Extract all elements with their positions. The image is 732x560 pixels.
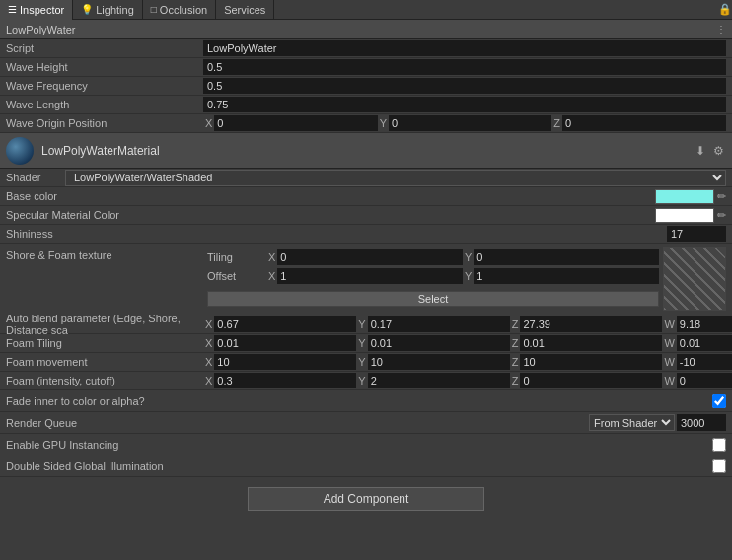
offset-label: Offset (207, 270, 266, 282)
base-color-swatch[interactable] (655, 189, 714, 204)
double-sided-label: Double Sided Global Illumination (6, 460, 712, 472)
render-queue-select[interactable]: From Shader (589, 414, 675, 431)
foam-tiling-label: Foam Tiling (6, 337, 203, 349)
wave-frequency-input[interactable] (203, 78, 726, 94)
base-color-label: Base color (6, 190, 655, 202)
tab-services[interactable]: Services (216, 0, 274, 20)
foam-intensity-label: Foam (intensity, cutoff) (6, 375, 203, 386)
foam-tiling-w[interactable] (677, 335, 732, 351)
fade-inner-row: Fade inner to color or alpha? (0, 390, 732, 412)
auto-blend-y-item: Y (356, 316, 509, 332)
gpu-instancing-checkbox[interactable] (712, 438, 726, 452)
double-sided-checkbox[interactable] (712, 459, 726, 473)
wave-origin-label: Wave Origin Position (6, 117, 203, 129)
foam-movement-z[interactable] (520, 354, 662, 370)
wave-height-input[interactable] (203, 59, 726, 75)
foam-movement-y[interactable] (368, 354, 510, 370)
auto-blend-y[interactable] (368, 316, 510, 332)
fade-inner-checkbox[interactable] (712, 394, 726, 408)
wave-length-input[interactable] (203, 97, 726, 112)
ft-z-prefix: Z (510, 337, 521, 349)
tab-inspector[interactable]: ☰ Inspector (0, 0, 73, 20)
add-component-button[interactable]: Add Component (248, 487, 484, 511)
specular-color-swatch[interactable] (655, 208, 714, 223)
ab-z-prefix: Z (510, 318, 521, 330)
auto-blend-row: Auto blend parameter (Edge, Shore, Dista… (0, 315, 732, 334)
fade-inner-label: Fade inner to color or alpha? (6, 395, 712, 407)
texture-label: Shore & Foam texture (6, 247, 203, 261)
tab-lighting[interactable]: 💡 Lighting (73, 0, 143, 20)
texture-preview[interactable] (663, 247, 726, 311)
foam-intensity-y[interactable] (368, 373, 510, 388)
tiling-label: Tiling (207, 251, 266, 263)
settings-icon: ⋮ (716, 24, 726, 35)
script-field-row: Script (0, 39, 732, 58)
material-settings-btn[interactable]: ⚙ (711, 144, 726, 158)
texture-select-btn[interactable]: Select (207, 291, 659, 307)
foam-movement-x[interactable] (214, 354, 356, 370)
base-color-row: Base color ✏ (0, 187, 732, 206)
occlusion-icon: □ (151, 4, 157, 15)
script-value[interactable] (203, 40, 726, 56)
shininess-input[interactable] (667, 226, 726, 242)
wave-origin-z-item: Z (551, 115, 726, 131)
base-color-edit-icon[interactable]: ✏ (717, 190, 726, 203)
fi-y-prefix: Y (356, 375, 367, 386)
foam-intensity-w[interactable] (677, 373, 732, 388)
foam-intensity-x[interactable] (214, 373, 356, 388)
foam-movement-w[interactable] (677, 354, 732, 370)
auto-blend-w[interactable] (677, 316, 732, 332)
foam-tiling-x[interactable] (214, 335, 356, 351)
wave-origin-x[interactable] (214, 115, 377, 131)
offset-x[interactable] (277, 268, 463, 284)
tiling-y-prefix: Y (463, 251, 474, 263)
fm-y-prefix: Y (356, 356, 367, 368)
ft-w-prefix: W (662, 337, 676, 349)
material-name: LowPolyWaterMaterial (41, 144, 686, 158)
x-prefix: X (203, 117, 214, 129)
auto-blend-z[interactable] (520, 316, 662, 332)
material-download-btn[interactable]: ⬇ (694, 144, 707, 158)
wave-frequency-label: Wave Frequency (6, 80, 203, 92)
lock-icon: 🔒 (718, 3, 732, 16)
auto-blend-label: Auto blend parameter (Edge, Shore, Dista… (6, 313, 203, 336)
material-ball (6, 137, 34, 165)
render-queue-row: Render Queue From Shader (0, 412, 732, 434)
wave-origin-z[interactable] (562, 115, 726, 131)
fm-x-prefix: X (203, 356, 214, 368)
fi-x-prefix: X (203, 375, 214, 386)
wave-height-row: Wave Height (0, 58, 732, 77)
foam-tiling-z[interactable] (520, 335, 662, 351)
shader-select[interactable]: LowPolyWater/WaterShaded (65, 170, 726, 186)
texture-row: Shore & Foam texture Tiling X Y Offset X… (0, 244, 732, 315)
texture-preview-inner (664, 248, 725, 310)
ab-w-prefix: W (662, 318, 676, 330)
foam-movement-xyzw: X Y Z W (203, 354, 732, 370)
specular-color-label: Specular Material Color (6, 209, 655, 221)
fi-w-prefix: W (662, 375, 676, 386)
auto-blend-x[interactable] (214, 316, 356, 332)
auto-blend-xyzw: X Y Z W (203, 316, 732, 332)
offset-y[interactable] (474, 268, 659, 284)
ft-x-item: X (203, 335, 356, 351)
foam-movement-row: Foam movement X Y Z W (0, 353, 732, 372)
tab-occlusion[interactable]: □ Occlusion (143, 0, 216, 20)
shininess-label: Shininess (6, 228, 667, 240)
foam-tiling-row: Foam Tiling X Y Z W (0, 334, 732, 353)
tiling-x[interactable] (277, 249, 463, 265)
wave-length-label: Wave Length (6, 99, 203, 110)
foam-intensity-z[interactable] (520, 373, 662, 388)
material-header: LowPolyWaterMaterial ⬇ ⚙ (0, 133, 732, 169)
tab-inspector-label: Inspector (20, 4, 64, 16)
tiling-y[interactable] (474, 249, 659, 265)
wave-height-label: Wave Height (6, 61, 203, 73)
specular-color-edit-icon[interactable]: ✏ (717, 209, 726, 222)
foam-tiling-y[interactable] (368, 335, 510, 351)
tiling-xy: X Y (266, 249, 659, 265)
auto-blend-x-item: X (203, 316, 356, 332)
wave-origin-y[interactable] (389, 115, 551, 131)
foam-intensity-row: Foam (intensity, cutoff) X Y Z W (0, 372, 732, 390)
wave-origin-y-item: Y (378, 115, 552, 131)
render-queue-value[interactable] (677, 414, 726, 431)
double-sided-row: Double Sided Global Illumination (0, 455, 732, 477)
